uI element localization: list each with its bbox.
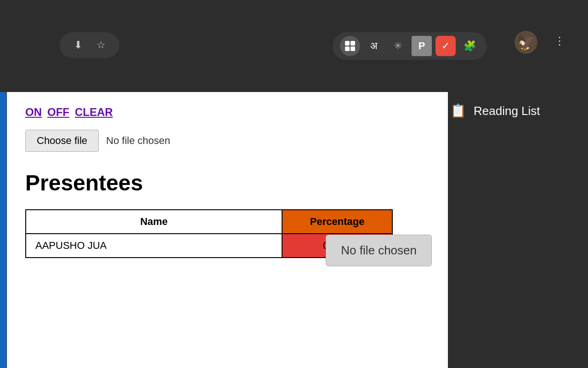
table-header-row: Name Percentage	[26, 210, 392, 234]
ext-tampermonkey[interactable]	[340, 36, 360, 56]
controls-row: ON OFF CLEAR	[25, 106, 430, 119]
name-cell: AAPUSHO JUA	[26, 234, 282, 258]
name-column-header: Name	[26, 210, 282, 234]
choose-file-button[interactable]: Choose file	[25, 130, 99, 152]
off-button[interactable]: OFF	[47, 106, 69, 119]
ext-snowflake[interactable]: ✳	[388, 36, 408, 56]
browser-toolbar: ⬇ ☆	[60, 32, 119, 58]
main-content: ON OFF CLEAR Choose file No file chosen …	[7, 92, 448, 368]
ext-hindi[interactable]: अ	[364, 36, 384, 56]
profile-avatar[interactable]: 🦅	[514, 31, 537, 54]
ext-powerpoint[interactable]: P	[412, 36, 432, 56]
ext-puzzle[interactable]: 🧩	[459, 36, 480, 56]
reading-list-label: Reading List	[474, 104, 540, 118]
no-file-label: No file chosen	[106, 135, 170, 147]
right-panel: 📋 Reading List	[441, 92, 588, 368]
left-stripe	[0, 92, 6, 368]
file-input-row: Choose file No file chosen	[25, 130, 430, 152]
reading-list-icon: 📋	[450, 103, 466, 118]
ext-checklist[interactable]: ✓	[435, 36, 456, 56]
clear-button[interactable]: CLEAR	[75, 106, 113, 119]
no-file-tooltip: No file chosen	[326, 235, 432, 266]
bookmark-icon[interactable]: ☆	[92, 36, 110, 54]
on-button[interactable]: ON	[25, 106, 42, 119]
more-menu-icon[interactable]: ⋮	[554, 34, 565, 47]
download-icon[interactable]: ⬇	[69, 36, 87, 54]
extension-group: अ ✳ P ✓ 🧩	[333, 32, 487, 60]
presentees-heading: Presentees	[25, 170, 430, 196]
percentage-column-header: Percentage	[282, 210, 392, 234]
browser-bar: ⬇ ☆ अ ✳ P ✓ 🧩 🦅 ⋮	[0, 0, 588, 92]
